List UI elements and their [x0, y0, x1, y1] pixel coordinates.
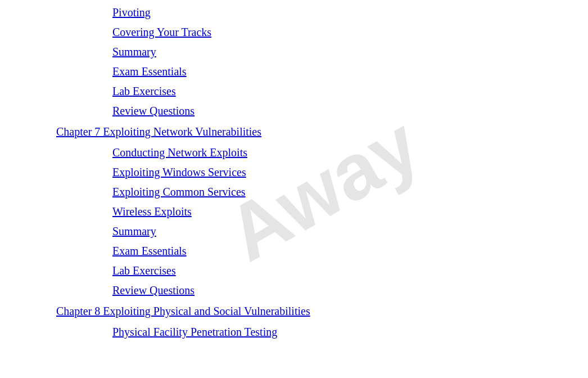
toc-link-conducting-network-exploits[interactable]: Conducting Network Exploits	[84, 143, 588, 163]
toc-link-summary-1[interactable]: Summary	[84, 42, 588, 62]
toc-link-lab-exercises-2[interactable]: Lab Exercises	[84, 261, 588, 281]
toc-link-pivoting[interactable]: Pivoting	[84, 3, 588, 22]
toc-link-physical-facility-penetration-testing[interactable]: Physical Facility Penetration Testing	[84, 322, 588, 342]
toc-content: PivotingCovering Your TracksSummaryExam …	[0, 0, 588, 342]
toc-link-chapter-7[interactable]: Chapter 7 Exploiting Network Vulnerabili…	[56, 121, 588, 143]
toc-link-lab-exercises-1[interactable]: Lab Exercises	[84, 82, 588, 101]
toc-link-review-questions-2[interactable]: Review Questions	[84, 281, 588, 300]
toc-link-exploiting-windows-services[interactable]: Exploiting Windows Services	[84, 163, 588, 182]
toc-link-exam-essentials-1[interactable]: Exam Essentials	[84, 62, 588, 82]
toc-link-covering-your-tracks[interactable]: Covering Your Tracks	[84, 22, 588, 42]
toc-link-chapter-8[interactable]: Chapter 8 Exploiting Physical and Social…	[56, 300, 588, 322]
toc-link-summary-2[interactable]: Summary	[84, 222, 588, 241]
toc-link-review-questions-1[interactable]: Review Questions	[84, 101, 588, 121]
toc-link-exam-essentials-2[interactable]: Exam Essentials	[84, 241, 588, 261]
toc-link-wireless-exploits[interactable]: Wireless Exploits	[84, 202, 588, 222]
toc-link-exploiting-common-services[interactable]: Exploiting Common Services	[84, 182, 588, 202]
